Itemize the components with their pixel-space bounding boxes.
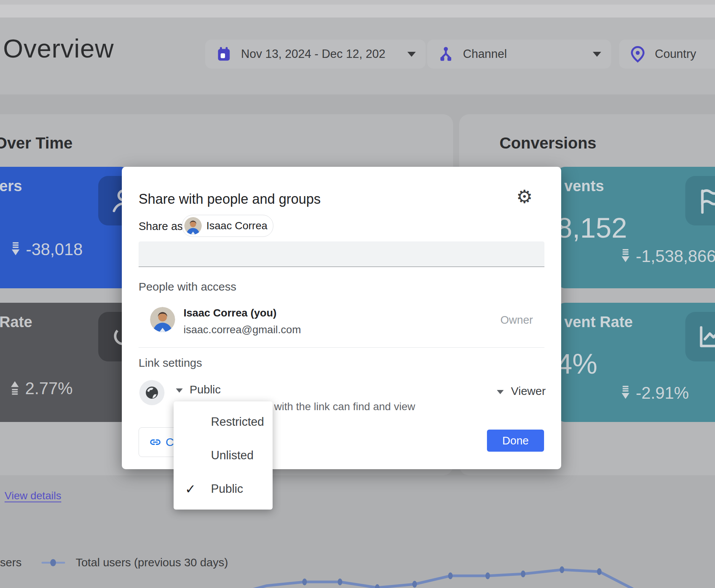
avatar	[184, 217, 202, 235]
top-band	[0, 0, 715, 5]
link-role-dropdown[interactable]: Viewer	[511, 385, 546, 398]
kpi-value: 8,152	[557, 212, 627, 244]
view-details-link[interactable]: View details	[5, 490, 61, 502]
modal-title: Share with people and groups	[139, 191, 321, 207]
date-range-filter[interactable]: Nov 13, 2024 - Dec 12, 202	[205, 40, 426, 69]
menu-item-unlisted[interactable]: Unlisted	[174, 443, 273, 468]
chevron-down-icon[interactable]	[176, 388, 183, 393]
chart-legend: sers Total users (previous 30 days)	[0, 556, 228, 569]
divider	[139, 347, 544, 348]
kpi-label: vent Rate	[564, 313, 633, 331]
checkmark-icon: ✓	[185, 481, 202, 497]
flag-icon	[685, 176, 715, 225]
kpi-delta: -38,018	[11, 240, 83, 259]
chevron-down-icon	[593, 52, 601, 57]
line-chart-icon	[685, 312, 715, 361]
person-email: isaac.correa@gmail.com	[184, 324, 301, 336]
legend-item-truncated: sers	[0, 556, 22, 569]
kpi-delta: -1,538,866	[621, 247, 715, 266]
kpi-value: 4%	[557, 348, 597, 380]
top-band-light	[0, 5, 715, 18]
globe-icon	[139, 380, 164, 405]
kpi-card-users: ers -38,018	[0, 167, 129, 288]
link-settings-heading: Link settings	[139, 356, 202, 369]
link-icon	[149, 436, 162, 449]
country-value: Country	[655, 47, 696, 61]
page-title: Overview	[3, 34, 114, 63]
copy-link-label: C	[166, 436, 174, 449]
kpi-card-events: vents 8,152 -1,538,866	[557, 167, 715, 288]
people-with-access-heading: People with access	[139, 280, 236, 293]
legend-item-label: Total users (previous 30 days)	[76, 556, 228, 569]
section-title-conversions: Conversions	[500, 134, 596, 152]
menu-item-label: Restricted	[211, 415, 264, 429]
date-range-value: Nov 13, 2024 - Dec 12, 202	[241, 47, 385, 61]
chevron-down-icon	[407, 52, 416, 57]
chevron-down-icon[interactable]	[497, 390, 504, 394]
done-button[interactable]: Done	[487, 430, 544, 452]
link-access-dropdown[interactable]: Public	[190, 383, 221, 396]
location-pin-icon	[629, 45, 646, 63]
menu-item-label: Unlisted	[211, 449, 254, 462]
add-people-input[interactable]	[139, 241, 544, 267]
share-as-label: Share as	[139, 220, 183, 233]
link-access-description: with the link can find and view	[274, 401, 415, 413]
kpi-label: vents	[564, 177, 604, 195]
section-title-over-time: Over Time	[0, 134, 73, 152]
menu-item-restricted[interactable]: Restricted	[174, 410, 273, 434]
gear-icon[interactable]: ⚙	[516, 187, 533, 206]
person-role: Owner	[488, 314, 545, 326]
channel-filter[interactable]: Channel	[427, 40, 611, 69]
share-as-name: Isaac Correa	[206, 220, 267, 232]
arrow-down-icon	[621, 386, 630, 400]
person-name: Isaac Correa (you)	[184, 307, 276, 319]
kpi-label: Rate	[0, 313, 32, 331]
channel-value: Channel	[463, 47, 507, 61]
menu-item-public[interactable]: ✓Public	[174, 477, 273, 501]
calendar-icon	[215, 45, 233, 63]
arrow-up-icon	[10, 381, 20, 396]
kpi-card-rate: Rate ↺ 2.77%	[0, 303, 129, 422]
link-access-menu: RestrictedUnlisted✓Public	[174, 401, 273, 510]
legend-line-marker-icon	[41, 559, 65, 566]
arrow-down-icon	[621, 249, 630, 264]
channel-split-icon	[437, 45, 455, 63]
kpi-card-event-rate: vent Rate 4% -2.91%	[557, 303, 715, 422]
share-as-account-chip[interactable]: Isaac Correa	[182, 215, 273, 237]
country-filter[interactable]: Country	[619, 40, 715, 69]
menu-item-label: Public	[211, 482, 243, 496]
arrow-down-icon	[11, 242, 21, 257]
dashboard-screen: Overview Nov 13, 2024 - Dec 12, 202 Chan…	[0, 0, 715, 588]
avatar	[150, 307, 175, 332]
kpi-delta: -2.91%	[621, 383, 689, 403]
kpi-delta: 2.77%	[10, 379, 73, 398]
kpi-label: ers	[0, 177, 22, 195]
